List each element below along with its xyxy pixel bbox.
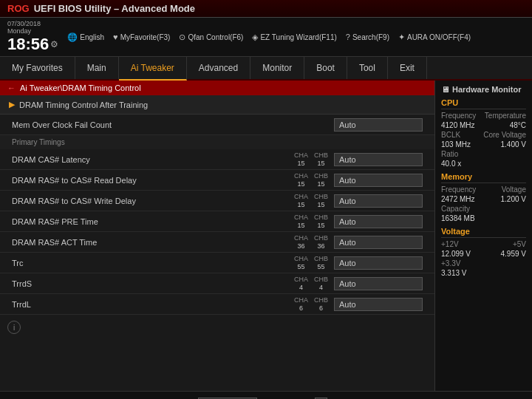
cha-chb-trrds: CHA 4 CHB 4 [294, 276, 328, 291]
fan-icon: ⊙ [179, 33, 185, 42]
dram-ras-act-value[interactable]: Auto [334, 236, 423, 249]
section-header[interactable]: ▶ DRAM Timing Control After Training [0, 95, 434, 115]
dram-ras-pre-label: DRAM RAS# PRE Time [12, 217, 294, 226]
monitor-icon: 🖥 [441, 85, 449, 94]
trrdl-label: TrrdL [12, 300, 294, 309]
nav-main[interactable]: Main [75, 57, 119, 79]
chb-col-cas: CHB 15 [314, 151, 328, 167]
nav-exit[interactable]: Exit [388, 57, 427, 79]
cha-chb-ras-write: CHA 15 CHB 15 [294, 193, 328, 208]
voltage-33-val: 3.313 V [441, 269, 526, 277]
nav-tool[interactable]: Tool [347, 57, 388, 79]
dram-ras-pre-row[interactable]: DRAM RAS# PRE Time CHA 15 CHB 15 Auto [0, 211, 434, 232]
trrdl-row[interactable]: TrrdL CHA 6 CHB 6 Auto [0, 294, 434, 315]
cpu-freq-row: Frequency Temperature [441, 112, 526, 120]
cha-chb-ras-read: CHA 15 CHB 15 [294, 172, 328, 188]
dram-ras-write-row[interactable]: DRAM RAS# to CAS# Write Delay CHA 15 CHB… [0, 191, 434, 211]
cpu-freq-val-row: 4120 MHz 48°C [441, 121, 526, 129]
language-icon: 🌐 [67, 33, 78, 42]
cpu-section-title: CPU [441, 98, 526, 109]
myfavorites-item[interactable]: ♥ MyFavorite(F3) [113, 33, 170, 41]
footer: Last Modified | EzMode(F7) → | Hot Keys … [0, 391, 532, 399]
dram-ras-write-value[interactable]: Auto [334, 194, 423, 208]
cha-chb-trrdl: CHA 6 CHB 6 [294, 296, 328, 312]
mem-freq-val-row: 2472 MHz 1.200 V [441, 195, 526, 203]
cha-chb-ras-pre: CHA 15 CHB 15 [294, 214, 328, 229]
trrdl-value[interactable]: Auto [334, 298, 423, 311]
mem-overclock-value[interactable]: Auto [334, 118, 423, 132]
trc-label: Trc [12, 259, 294, 267]
ez-tuning-item[interactable]: ◈ EZ Tuning Wizard(F11) [252, 33, 336, 42]
cha-chb-cas: CHA 15 CHB 15 [294, 151, 328, 167]
trrds-value[interactable]: Auto [334, 277, 423, 290]
cpu-ratio-row: Ratio [441, 150, 526, 158]
nav-boot[interactable]: Boot [304, 57, 347, 79]
memory-section-title: Memory [441, 172, 526, 183]
voltage-33-row: +3.3V [441, 259, 526, 267]
content-area: ← Ai Tweaker\DRAM Timing Control ▶ DRAM … [0, 81, 434, 391]
mem-freq-row: Frequency Voltage [441, 185, 526, 194]
dram-ras-read-value[interactable]: Auto [334, 174, 423, 187]
primary-timings-label: Primary Timings [0, 135, 434, 149]
dram-ras-pre-value[interactable]: Auto [334, 215, 423, 228]
nav-bar: My Favorites Main Ai Tweaker Advanced Mo… [0, 57, 532, 81]
info-button[interactable]: i [0, 315, 434, 340]
trrds-row[interactable]: TrrdS CHA 4 CHB 4 Auto [0, 273, 434, 294]
qfan-item[interactable]: ⊙ Qfan Control(F6) [179, 33, 243, 42]
trc-row[interactable]: Trc CHA 55 CHB 55 Auto [0, 253, 434, 273]
aura-item[interactable]: ✦ AURA ON/OFF(F4) [398, 33, 471, 42]
aura-icon: ✦ [398, 33, 405, 42]
dram-cas-label: DRAM CAS# Latency [12, 155, 294, 164]
back-arrow-icon[interactable]: ← [7, 83, 16, 92]
expand-icon: ▶ [9, 100, 15, 109]
cpu-bclk-val-row: 103 MHz 1.400 V [441, 140, 526, 149]
voltage-section-title: Voltage [441, 227, 526, 238]
search-icon: ? [346, 33, 350, 41]
cpu-ratio-val: 40.0 x [441, 160, 526, 168]
hardware-monitor-panel: 🖥 Hardware Monitor CPU Frequency Tempera… [434, 81, 532, 391]
trc-value[interactable]: Auto [334, 256, 423, 270]
mem-overclock-label: Mem Over Clock Fail Count [12, 120, 334, 129]
dram-ras-act-label: DRAM RAS# ACT Time [12, 238, 294, 247]
ez-icon: ◈ [252, 33, 258, 42]
main-layout: ← Ai Tweaker\DRAM Timing Control ▶ DRAM … [0, 81, 532, 391]
dram-ras-read-row[interactable]: DRAM RAS# to CAS# Read Delay CHA 15 CHB … [0, 170, 434, 191]
mem-cap-val: 16384 MB [441, 214, 526, 222]
time-display: 18:56 [7, 35, 49, 54]
cha-chb-ras-act: CHA 36 CHB 36 [294, 234, 328, 250]
breadcrumb-text: Ai Tweaker\DRAM Timing Control [20, 83, 141, 92]
voltage-12-row: +12V +5V [441, 240, 526, 248]
dram-ras-act-row[interactable]: DRAM RAS# ACT Time CHA 36 CHB 36 Auto [0, 232, 434, 253]
search-item[interactable]: ? Search(F9) [346, 33, 389, 41]
gear-icon[interactable]: ⚙ [50, 39, 58, 50]
datetime: 07/30/2018 Monday 18:56 ⚙ [7, 20, 58, 54]
hw-monitor-title: 🖥 Hardware Monitor [441, 85, 526, 94]
dram-ras-read-label: DRAM RAS# to CAS# Read Delay [12, 176, 294, 185]
dram-cas-row[interactable]: DRAM CAS# Latency CHA 15 CHB 15 Auto [0, 149, 434, 170]
nav-advanced[interactable]: Advanced [187, 57, 250, 79]
trrds-label: TrrdS [12, 279, 294, 288]
dram-cas-value[interactable]: Auto [334, 153, 423, 166]
section-header-text: DRAM Timing Control After Training [19, 100, 148, 109]
date-display: 07/30/2018 Monday [7, 20, 58, 35]
nav-ai-tweaker[interactable]: Ai Tweaker [119, 57, 187, 81]
breadcrumb: ← Ai Tweaker\DRAM Timing Control [0, 81, 434, 95]
nav-monitor[interactable]: Monitor [250, 57, 304, 79]
voltage-12-val-row: 12.099 V 4.959 V [441, 250, 526, 258]
rog-logo: ROG [7, 3, 30, 14]
language-item[interactable]: 🌐 English [67, 33, 104, 42]
nav-my-favorites[interactable]: My Favorites [0, 57, 75, 79]
mem-cap-row: Capacity [441, 205, 526, 213]
heart-icon: ♥ [113, 33, 118, 41]
dram-ras-write-label: DRAM RAS# to CAS# Write Delay [12, 197, 294, 205]
title-bar: ROG UEFI BIOS Utility – Advanced Mode [0, 0, 532, 18]
app-title: UEFI BIOS Utility – Advanced Mode [34, 3, 195, 14]
info-bar: 07/30/2018 Monday 18:56 ⚙ 🌐 English ♥ My… [0, 18, 532, 57]
mem-overclock-row[interactable]: Mem Over Clock Fail Count Auto [0, 115, 434, 135]
cpu-bclk-row: BCLK Core Voltage [441, 131, 526, 139]
cha-chb-trc: CHA 55 CHB 55 [294, 255, 328, 270]
cha-col-cas: CHA 15 [294, 151, 308, 167]
